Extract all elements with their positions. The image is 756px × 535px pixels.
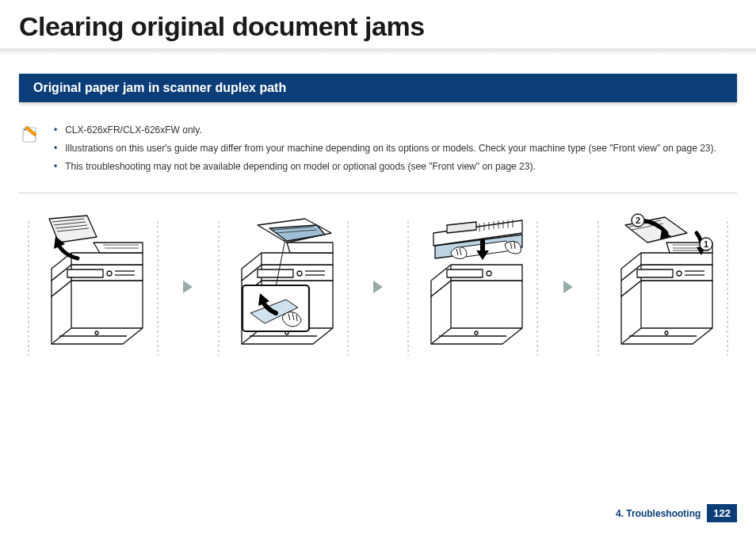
footer-page-number: 122	[707, 504, 737, 522]
note-item: Illustrations on this user's guide may d…	[49, 139, 716, 158]
arrow-icon	[372, 279, 384, 295]
footer-chapter: 4. Troubleshooting	[616, 508, 701, 519]
page-title: Clearing original document jams	[0, 0, 756, 48]
divider	[19, 193, 737, 193]
svg-point-30	[677, 271, 682, 276]
step-sequence: 2 1	[0, 209, 756, 364]
note-item: CLX-626xFR/CLX-626xFW only.	[49, 121, 716, 139]
step-2-remove-paper-adf	[214, 209, 353, 364]
svg-point-4	[107, 271, 112, 276]
step-1-open-cover	[24, 209, 162, 364]
arrow-icon	[181, 279, 194, 295]
step-3-lift-scanner-remove-paper	[403, 209, 542, 364]
svg-point-17	[475, 331, 478, 334]
page-footer: 4. Troubleshooting 122	[616, 504, 737, 522]
step-4-close-covers: 2 1	[594, 209, 732, 364]
note-list: CLX-626xFR/CLX-626xFW only. Illustration…	[49, 121, 716, 175]
step4-badge-1: 1	[704, 239, 708, 249]
title-divider	[0, 48, 756, 58]
svg-point-18	[487, 271, 491, 276]
step4-badge-2: 2	[636, 216, 640, 225]
svg-point-10	[297, 271, 302, 276]
section-heading: Original paper jam in scanner duplex pat…	[19, 74, 737, 102]
note-item: This troubleshooting may not be availabl…	[49, 158, 716, 176]
note-box: CLX-626xFR/CLX-626xFW only. Illustration…	[19, 117, 737, 186]
arrow-icon	[562, 279, 575, 295]
note-icon	[19, 123, 41, 145]
svg-point-29	[665, 331, 668, 334]
svg-point-3	[95, 331, 98, 334]
